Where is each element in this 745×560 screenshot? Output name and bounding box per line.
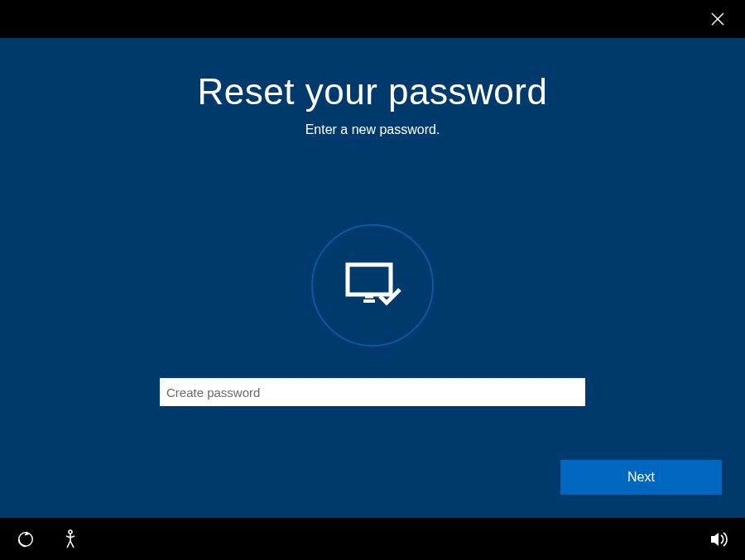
ease-of-access-icon <box>17 530 35 548</box>
monitor-check-icon <box>344 260 401 311</box>
main-content: Reset your password Enter a new password… <box>0 38 745 518</box>
close-button[interactable] <box>705 7 730 31</box>
accessibility-button[interactable] <box>60 529 81 550</box>
page-title: Reset your password <box>0 71 745 112</box>
icon-ring <box>311 224 434 347</box>
title-bar <box>0 0 745 38</box>
password-input[interactable] <box>160 378 585 406</box>
ease-of-access-button[interactable] <box>15 529 36 550</box>
volume-icon <box>709 530 729 548</box>
action-bar: Next <box>560 460 722 495</box>
bottom-toolbar <box>0 518 745 560</box>
svg-point-6 <box>69 530 72 534</box>
svg-rect-2 <box>348 265 391 294</box>
svg-marker-7 <box>711 533 719 546</box>
close-icon <box>711 12 724 26</box>
next-button[interactable]: Next <box>560 460 722 495</box>
volume-button[interactable] <box>709 529 730 550</box>
accessibility-icon <box>61 529 79 549</box>
page-subtitle: Enter a new password. <box>0 122 745 137</box>
